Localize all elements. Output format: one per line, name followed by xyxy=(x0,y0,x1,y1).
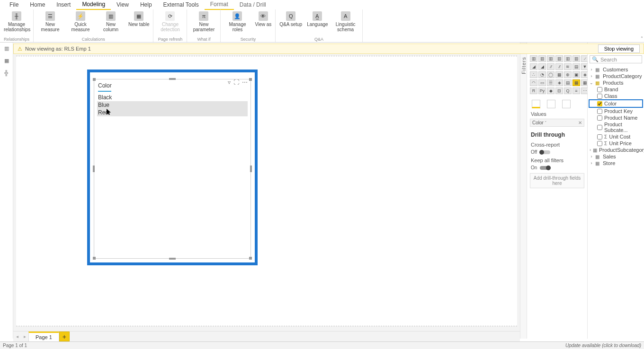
field-checkbox[interactable] xyxy=(597,101,602,106)
quick-measure-button[interactable]: ⚡Quick measure xyxy=(66,10,95,33)
field-brand[interactable]: Brand xyxy=(589,86,643,93)
viz-treemap[interactable]: ▦ xyxy=(555,71,563,78)
tab-external-tools[interactable]: External Tools xyxy=(158,0,205,9)
fields-search-input[interactable]: 🔍 Search xyxy=(590,55,642,63)
viz-stacked-area[interactable]: ◢ xyxy=(538,63,546,70)
viz-table[interactable]: ▦ xyxy=(572,79,580,86)
tab-file[interactable]: File xyxy=(4,0,24,9)
viz-clustered-bar[interactable]: ▥ xyxy=(547,55,555,62)
table-visual-selected[interactable]: ▿ ⛶ ⋯ Color Black Blue Red xyxy=(87,70,258,265)
viz-narrative[interactable]: ≡ xyxy=(572,87,580,94)
viz-pie[interactable]: ◔ xyxy=(538,71,546,78)
linguistic-schema-button[interactable]: ALinguistic schema xyxy=(331,10,360,33)
field-checkbox[interactable] xyxy=(597,109,602,114)
format-mode-icon[interactable] xyxy=(547,100,555,108)
page-next-button[interactable]: ▸ xyxy=(21,332,28,341)
report-view-button[interactable]: ▥ xyxy=(2,44,11,52)
viz-card[interactable]: ▭ xyxy=(538,79,546,86)
tab-data-drill[interactable]: Data / Drill xyxy=(234,0,272,9)
viz-gauge[interactable]: ◠ xyxy=(530,79,537,86)
field-unitcost[interactable]: ΣUnit Cost xyxy=(589,133,643,140)
resize-handle-top[interactable] xyxy=(169,78,176,80)
viz-py[interactable]: Py xyxy=(538,87,546,94)
viz-map[interactable]: ⊕ xyxy=(564,71,572,78)
field-productsubcat[interactable]: Product Subcate... xyxy=(589,121,643,133)
viz-multi-card[interactable]: ☰ xyxy=(547,79,555,86)
viz-100-bar[interactable]: ▥ xyxy=(564,55,572,62)
viz-stacked-column[interactable]: ▥ xyxy=(538,55,546,62)
page-tab-1[interactable]: Page 1 xyxy=(28,332,59,341)
values-field-well[interactable]: Color ˅ ✕ xyxy=(530,119,584,127)
table-productsubcategory[interactable]: ›▦ProductSubcategory xyxy=(589,147,643,153)
resize-handle-bottom[interactable] xyxy=(169,258,176,260)
table-products[interactable]: ⌄▦Products xyxy=(589,79,643,86)
viz-100-column[interactable]: ▥ xyxy=(572,55,580,62)
qa-setup-button[interactable]: QQ&A setup xyxy=(277,10,304,28)
table-row[interactable]: Blue xyxy=(97,101,248,109)
viz-line-col[interactable]: ⫽ xyxy=(547,63,555,70)
cross-report-toggle[interactable] xyxy=(540,150,550,154)
language-button[interactable]: A̲Language xyxy=(305,10,330,28)
resize-handle-left[interactable] xyxy=(93,166,95,172)
viz-kpi[interactable]: ◈ xyxy=(555,79,563,86)
stop-viewing-button[interactable]: Stop viewing xyxy=(598,44,640,53)
data-view-button[interactable]: ▦ xyxy=(2,57,11,64)
add-page-button[interactable]: + xyxy=(59,332,70,341)
field-productkey[interactable]: Product Key xyxy=(589,108,643,114)
field-remove-icon[interactable]: ✕ xyxy=(578,120,582,125)
table-productcategory[interactable]: ›▦ProductCategory xyxy=(589,73,643,79)
field-checkbox[interactable] xyxy=(597,115,602,121)
tab-help[interactable]: Help xyxy=(134,0,158,9)
viz-qa[interactable]: Q xyxy=(564,87,572,94)
fields-mode-icon[interactable] xyxy=(532,100,540,108)
manage-relationships-button[interactable]: ╫ Manage relationships xyxy=(2,10,31,33)
field-checkbox[interactable] xyxy=(597,87,602,92)
view-as-button[interactable]: 👁View as xyxy=(253,10,273,28)
viz-decomp[interactable]: ⊟ xyxy=(555,87,563,94)
viz-filled-map[interactable]: ▣ xyxy=(572,71,580,78)
resize-handle-right[interactable] xyxy=(250,166,252,172)
resize-handle-tr[interactable] xyxy=(249,78,252,81)
resize-handle-tl[interactable] xyxy=(93,78,96,81)
viz-line-col2[interactable]: ⫽ xyxy=(555,63,563,70)
page-prev-button[interactable]: ◂ xyxy=(13,332,21,341)
tab-insert[interactable]: Insert xyxy=(51,0,76,9)
viz-ribbon[interactable]: ≋ xyxy=(564,63,572,70)
field-checkbox[interactable] xyxy=(597,94,602,99)
focus-mode-icon[interactable]: ⛶ xyxy=(233,79,239,86)
new-table-button[interactable]: ▦New table xyxy=(126,10,151,28)
table-customers[interactable]: ›▦Customers xyxy=(589,66,643,73)
filters-pane-collapsed[interactable]: ‹ Filters xyxy=(520,43,527,339)
viz-r[interactable]: R xyxy=(530,87,537,94)
viz-area[interactable]: ◢ xyxy=(530,63,537,70)
table-row[interactable]: Black xyxy=(97,94,248,101)
viz-waterfall[interactable]: ▤ xyxy=(572,63,580,70)
new-column-button[interactable]: ▥New column xyxy=(96,10,125,33)
status-update-link[interactable]: Update available (click to download) xyxy=(565,343,641,348)
field-checkbox[interactable] xyxy=(597,134,602,140)
filter-icon[interactable]: ▿ xyxy=(228,79,231,86)
viz-key-influencers[interactable]: ◆ xyxy=(547,87,555,94)
field-color[interactable]: Color xyxy=(589,99,643,108)
new-parameter-button[interactable]: πNew parameter xyxy=(189,10,218,33)
report-page[interactable]: ▿ ⛶ ⋯ Color Black Blue Red xyxy=(16,56,517,326)
tab-home[interactable]: Home xyxy=(24,0,51,9)
visual-column-header[interactable]: Color xyxy=(94,79,250,91)
analytics-mode-icon[interactable] xyxy=(562,100,571,108)
more-options-icon[interactable]: ⋯ xyxy=(242,79,248,86)
model-view-button[interactable]: ╬ xyxy=(2,69,11,77)
field-class[interactable]: Class xyxy=(589,93,643,99)
tab-modeling[interactable]: Modeling xyxy=(76,0,111,10)
resize-handle-bl[interactable] xyxy=(93,257,96,260)
new-measure-button[interactable]: ☰New measure xyxy=(36,10,65,33)
viz-stacked-bar[interactable]: ▥ xyxy=(530,55,537,62)
viz-scatter[interactable]: ∴ xyxy=(530,71,537,78)
field-productname[interactable]: Product Name xyxy=(589,114,643,121)
viz-clustered-column[interactable]: ▥ xyxy=(555,55,563,62)
tab-format[interactable]: Format xyxy=(205,0,234,10)
table-store[interactable]: ›▦Store xyxy=(589,160,643,166)
viz-donut[interactable]: ◯ xyxy=(547,71,555,78)
table-sales[interactable]: ›▦Sales xyxy=(589,153,643,160)
tab-view[interactable]: View xyxy=(111,0,134,9)
field-checkbox[interactable] xyxy=(597,125,602,130)
